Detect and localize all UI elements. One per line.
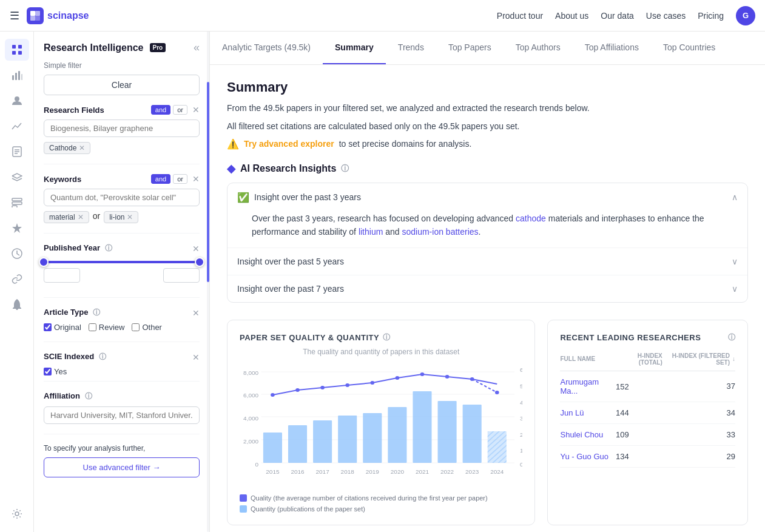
user-avatar[interactable]: G: [736, 6, 755, 25]
keywords-or-badge[interactable]: or: [173, 174, 187, 184]
insight-5years-header[interactable]: Insight over the past 5 years ∨: [227, 248, 747, 275]
scroll-track: [207, 32, 209, 532]
hamburger-menu[interactable]: ☰: [10, 9, 19, 22]
sidebar-icon-clock[interactable]: [5, 243, 29, 264]
svg-rect-44: [363, 413, 382, 463]
ai-insights-info[interactable]: ⓘ: [341, 163, 349, 174]
sidebar-icon-layers[interactable]: [5, 166, 29, 188]
sidebar-icon-link[interactable]: [5, 268, 29, 290]
cathode-tag-remove[interactable]: ✕: [79, 144, 85, 152]
tab-analytic-targets[interactable]: Analytic Targets (49.5k): [210, 32, 323, 64]
research-fields-and-badge[interactable]: and: [151, 105, 170, 115]
article-type-options: Original Review Other: [44, 323, 200, 332]
keywords-and-badge[interactable]: and: [151, 174, 170, 184]
article-type-close[interactable]: ✕: [192, 308, 200, 318]
research-fields-close[interactable]: ✕: [192, 105, 200, 115]
tab-top-authors[interactable]: Top Authors: [504, 32, 573, 64]
year-slider-thumb-left[interactable]: [39, 257, 49, 267]
sidebar-icon-analytics[interactable]: [5, 64, 29, 86]
advanced-filter-button[interactable]: Use advanced filter →: [44, 457, 200, 477]
sidebar-icon-star[interactable]: [5, 217, 29, 239]
explorer-link[interactable]: Try advanced explorer: [244, 139, 334, 149]
article-type-original[interactable]: Original: [44, 323, 81, 332]
highlight-sodium-ion: sodium-ion batteries: [402, 227, 478, 237]
clear-button[interactable]: Clear: [44, 75, 200, 95]
research-fields-input[interactable]: [44, 120, 200, 137]
nav-use-cases[interactable]: Use cases: [646, 11, 686, 21]
tab-top-affiliations[interactable]: Top Affiliations: [573, 32, 651, 64]
keywords-close[interactable]: ✕: [192, 174, 200, 184]
tab-bar: Analytic Targets (49.5k) Summary Trends …: [210, 32, 765, 65]
svg-text:2023: 2023: [465, 468, 479, 474]
li-ion-tag-remove[interactable]: ✕: [127, 213, 133, 221]
svg-text:6,000: 6,000: [243, 392, 258, 398]
article-type-review[interactable]: Review: [89, 323, 125, 332]
chart-info-icon[interactable]: ⓘ: [383, 332, 391, 343]
article-type-other[interactable]: Other: [132, 323, 162, 332]
svg-text:5: 5: [520, 383, 522, 389]
scie-indexed-header: SCIE Indexed ⓘ ✕: [44, 352, 200, 362]
col-full-name: FULL NAME: [560, 352, 616, 371]
published-year-info[interactable]: ⓘ: [105, 244, 112, 252]
nav-product-tour[interactable]: Product tour: [497, 11, 543, 21]
scie-indexed-yes[interactable]: Yes: [44, 367, 67, 376]
nav-pricing[interactable]: Pricing: [698, 11, 724, 21]
sidebar-icon-settings[interactable]: [5, 503, 29, 525]
tab-trends[interactable]: Trends: [386, 32, 436, 64]
material-tag-remove[interactable]: ✕: [78, 213, 84, 221]
sidebar-icon-stats[interactable]: [5, 115, 29, 137]
year-to-input[interactable]: 2025: [163, 268, 200, 283]
sidebar-icon-bell[interactable]: [5, 294, 29, 315]
research-fields-or-badge[interactable]: or: [173, 105, 187, 115]
svg-point-54: [320, 386, 325, 389]
year-from-input[interactable]: 2015: [44, 268, 80, 283]
summary-title: Summary: [227, 79, 748, 95]
sidebar-icon-stack[interactable]: [5, 192, 29, 214]
sort-icon[interactable]: ↓: [732, 355, 735, 362]
article-type-info[interactable]: ⓘ: [93, 308, 100, 317]
year-slider-track: [44, 261, 200, 263]
insight-3years-header[interactable]: ✅ Insight over the past 3 years ∧: [227, 183, 747, 212]
affiliation-info[interactable]: ⓘ: [85, 392, 92, 400]
insight-7years-header[interactable]: Insight over the past 7 years ∨: [227, 275, 747, 302]
tab-top-countries[interactable]: Top Countries: [651, 32, 727, 64]
research-fields-section: Research Fields and or ✕ Cathode ✕: [44, 105, 200, 164]
published-year-close[interactable]: ✕: [192, 244, 200, 254]
scinapse-logo[interactable]: scinapse: [27, 7, 89, 24]
legend-quantity: Quantity (publications of the paper set): [240, 505, 522, 513]
nav-our-data[interactable]: Our data: [601, 11, 633, 21]
paper-quality-chart-card: PAPER SET QUALITY & QUANTITY ⓘ The quali…: [227, 320, 535, 525]
svg-point-12: [15, 96, 19, 101]
researcher-name-3: Yu - Guo Guo: [560, 446, 616, 468]
affiliation-input[interactable]: [44, 406, 200, 424]
svg-rect-43: [338, 416, 357, 463]
chart-legend: Quality (the average number of citations…: [240, 494, 522, 513]
keywords-input[interactable]: [44, 189, 200, 206]
scie-indexed-info[interactable]: ⓘ: [99, 352, 106, 361]
bar-chart-svg: 8,000 6,000 4,000 2,000 0 6 5 4 3 2: [240, 366, 522, 487]
scie-indexed-options: Yes: [44, 367, 200, 376]
svg-text:2024: 2024: [490, 468, 504, 474]
researchers-info[interactable]: ⓘ: [728, 332, 736, 343]
advanced-filter-hint: To specify your analysis further,: [44, 444, 200, 453]
sidebar-icon-doc[interactable]: [5, 141, 29, 163]
ai-insights-section: ◆ AI Research Insights ⓘ ✅ Insight over …: [227, 162, 748, 303]
tab-top-papers[interactable]: Top Papers: [436, 32, 504, 64]
insight-item-3years: ✅ Insight over the past 3 years ∧ Over t…: [227, 183, 747, 248]
nav-about-us[interactable]: About us: [555, 11, 588, 21]
svg-rect-7: [18, 51, 22, 55]
tab-summary[interactable]: Summary: [323, 32, 386, 64]
sidebar-icon-person[interactable]: [5, 90, 29, 112]
insights-card: ✅ Insight over the past 3 years ∧ Over t…: [227, 183, 748, 303]
sidebar-icon-grid[interactable]: [5, 39, 29, 61]
content-area: Summary From the 49.5k papers in your fi…: [210, 65, 765, 532]
research-fields-tags: Cathode ✕: [44, 142, 200, 154]
researchers-card: RECENT LEADING RESEARCHERS ⓘ FULL NAME H…: [547, 320, 748, 525]
svg-rect-18: [12, 202, 22, 204]
year-range: 2015 2025: [44, 261, 200, 283]
svg-text:0: 0: [520, 461, 522, 467]
collapse-filter-button[interactable]: «: [194, 41, 200, 54]
scie-indexed-close[interactable]: ✕: [192, 352, 200, 362]
year-slider-thumb-right[interactable]: [195, 257, 204, 267]
ai-insights-title: AI Research Insights: [240, 163, 336, 174]
